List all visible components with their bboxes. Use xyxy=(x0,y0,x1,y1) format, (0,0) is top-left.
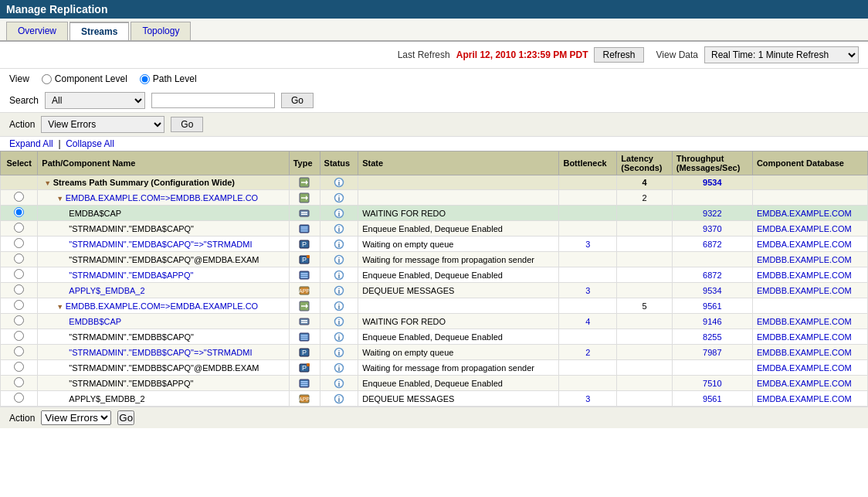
state-cell: Waiting for message from propagation sen… xyxy=(358,252,559,267)
action-go-button[interactable]: Go xyxy=(171,117,203,132)
svg-text:i: i xyxy=(338,257,341,264)
row-radio[interactable] xyxy=(14,207,24,217)
svg-rect-11 xyxy=(301,212,307,213)
component-db-link[interactable]: EMDBB.EXAMPLE.COM xyxy=(757,271,852,280)
tab-overview[interactable]: Overview xyxy=(6,22,68,40)
name-cell: EMDBB$CAP xyxy=(38,314,289,329)
throughput-link[interactable]: 9534 xyxy=(703,178,721,187)
component-db-link[interactable]: EMDBB.EXAMPLE.COM xyxy=(757,286,852,295)
row-radio[interactable] xyxy=(14,362,24,372)
path-level-radio[interactable] xyxy=(140,74,150,84)
row-radio[interactable] xyxy=(14,346,24,356)
expand-all-link[interactable]: Expand All xyxy=(9,138,53,149)
action-row: Action View Errors Go xyxy=(0,112,868,137)
row-radio[interactable] xyxy=(14,223,24,233)
view-path-level[interactable]: Path Level xyxy=(140,73,197,84)
view-component-level[interactable]: Component Level xyxy=(42,73,127,84)
throughput-link[interactable]: 9322 xyxy=(703,209,721,218)
name-cell: "STRMADMIN"."EMDBB$APPQ" xyxy=(38,376,289,391)
component-db-link[interactable]: EMDBA.EXAMPLE.COM xyxy=(757,363,852,373)
row-radio[interactable] xyxy=(14,192,24,202)
tabs-bar: Overview Streams Topology xyxy=(0,19,868,42)
component-db-link[interactable]: EMDBA.EXAMPLE.COM xyxy=(757,394,852,403)
component-db-link[interactable]: EMDBA.EXAMPLE.COM xyxy=(757,224,852,233)
name-link[interactable]: EMDBB.EXAMPLE.COM=>EMDBA.EXAMPLE.CO xyxy=(66,301,258,311)
bottleneck-link[interactable]: 4 xyxy=(585,317,590,326)
row-radio[interactable] xyxy=(14,238,24,248)
expand-triangle-icon[interactable]: ▼ xyxy=(44,179,53,187)
throughput-link[interactable]: 6872 xyxy=(703,240,721,249)
row-radio[interactable] xyxy=(14,269,24,279)
name-link[interactable]: "STRMADMIN"."EMDBA$APPQ" xyxy=(69,271,193,280)
row-radio[interactable] xyxy=(14,284,24,294)
refresh-button[interactable]: Refresh xyxy=(594,47,643,63)
name-link[interactable]: EMDBA.EXAMPLE.COM=>EMDBB.EXAMPLE.CO xyxy=(66,193,258,203)
name-link[interactable]: "STRMADMIN"."EMDBB$CAPQ"=>"STRMADMI xyxy=(69,348,252,357)
col-latency: Latency(Seconds) xyxy=(617,151,672,175)
name-cell: ▼ Streams Path Summary (Configuration Wi… xyxy=(38,175,289,190)
row-radio[interactable] xyxy=(14,254,24,264)
latency-cell xyxy=(617,252,672,267)
search-select[interactable]: All xyxy=(45,92,145,109)
bottleneck-link[interactable]: 2 xyxy=(585,348,590,357)
row-radio[interactable] xyxy=(14,331,24,341)
throughput-cell xyxy=(672,360,752,376)
component-db-link[interactable]: EMDBB.EXAMPLE.COM xyxy=(757,332,852,342)
bottleneck-link[interactable]: 3 xyxy=(585,286,590,295)
throughput-link[interactable]: 9146 xyxy=(703,317,721,326)
select-cell xyxy=(1,376,38,391)
type-cell xyxy=(289,314,320,329)
expand-triangle-icon[interactable]: ▼ xyxy=(56,303,65,311)
row-radio[interactable] xyxy=(14,377,24,387)
name-text: APPLY$_EMDBB_2 xyxy=(69,394,144,403)
throughput-link[interactable]: 9370 xyxy=(703,224,721,233)
bottleneck-link[interactable]: 3 xyxy=(585,240,590,249)
component-db-link[interactable]: EMDBA.EXAMPLE.COM xyxy=(757,379,852,388)
bottom-action-go-button[interactable]: Go xyxy=(117,410,134,425)
select-cell xyxy=(1,267,38,283)
throughput-link[interactable]: 6872 xyxy=(703,271,721,280)
bottom-action-select[interactable]: View Errors xyxy=(41,410,111,425)
svg-text:P: P xyxy=(302,256,307,264)
bottleneck-link[interactable]: 3 xyxy=(585,394,590,403)
component-db-link[interactable]: EMDBB.EXAMPLE.COM xyxy=(757,317,852,326)
name-link[interactable]: "STRMADMIN"."EMDBA$CAPQ"=>"STRMADMI xyxy=(69,240,252,249)
state-cell: Enqueue Enabled, Dequeue Enabled xyxy=(358,221,559,237)
throughput-link[interactable]: 7987 xyxy=(703,348,721,357)
search-input[interactable] xyxy=(151,93,275,108)
type-cell xyxy=(289,376,320,391)
search-go-button[interactable]: Go xyxy=(281,93,314,108)
throughput-link[interactable]: 9561 xyxy=(703,301,721,311)
component-db-link[interactable]: EMDBB.EXAMPLE.COM xyxy=(757,255,852,264)
bottom-action-row: Action View Errors Go xyxy=(0,407,868,428)
name-link[interactable]: APPLY$_EMDBA_2 xyxy=(69,286,144,295)
expand-triangle-icon[interactable]: ▼ xyxy=(56,195,65,203)
view-data-select[interactable]: Real Time: 1 Minute Refresh Manual Refre… xyxy=(704,46,859,63)
component-db-link[interactable]: EMDBB.EXAMPLE.COM xyxy=(757,348,852,357)
svg-text:i: i xyxy=(338,226,341,233)
throughput-link[interactable]: 9534 xyxy=(703,286,721,295)
name-link[interactable]: EMDBB$CAP xyxy=(69,317,121,326)
state-cell xyxy=(358,175,559,190)
throughput-link[interactable]: 7510 xyxy=(703,379,721,388)
tab-streams[interactable]: Streams xyxy=(70,22,129,40)
throughput-link[interactable]: 8255 xyxy=(703,332,721,342)
type-cell xyxy=(289,267,320,283)
row-radio[interactable] xyxy=(14,393,24,403)
svg-text:i: i xyxy=(338,288,341,295)
component-db-link[interactable]: EMDBA.EXAMPLE.COM xyxy=(757,240,852,249)
latency-cell xyxy=(617,237,672,252)
action-select[interactable]: View Errors xyxy=(41,116,164,133)
row-radio[interactable] xyxy=(14,315,24,325)
collapse-all-link[interactable]: Collapse All xyxy=(66,138,114,149)
svg-text:i: i xyxy=(338,334,341,342)
bottleneck-cell xyxy=(559,267,617,283)
component-db-link[interactable]: EMDBA.EXAMPLE.COM xyxy=(757,209,852,218)
tab-topology[interactable]: Topology xyxy=(131,22,191,40)
throughput-link[interactable]: 9561 xyxy=(703,394,721,403)
row-radio[interactable] xyxy=(14,300,24,310)
type-cell xyxy=(289,190,320,206)
table-row: "STRMADMIN"."EMDBB$CAPQ"=>"STRMADMIPiWai… xyxy=(1,345,868,360)
state-cell: Enqueue Enabled, Dequeue Enabled xyxy=(358,329,559,345)
component-level-radio[interactable] xyxy=(42,74,52,84)
